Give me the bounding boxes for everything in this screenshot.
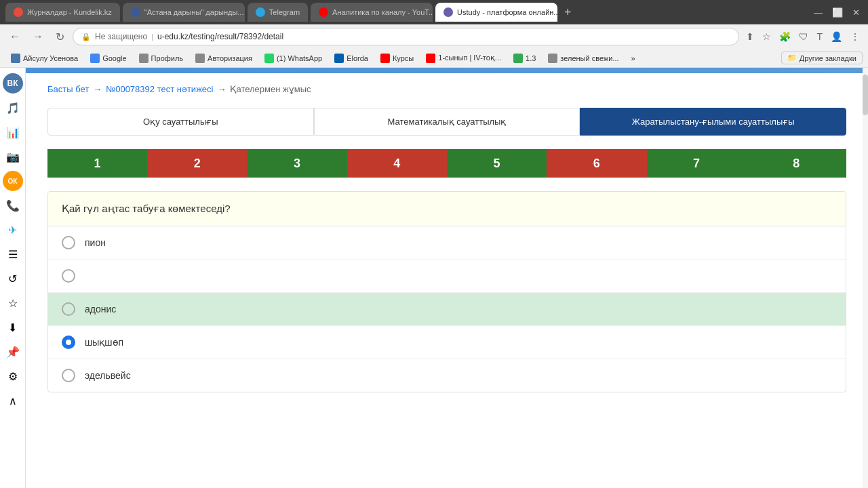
bookmark-elorda[interactable]: Elorda (329, 52, 374, 64)
answer-row-edelveis[interactable]: эдельвейс (48, 359, 846, 392)
answer-row-shykshop[interactable]: шықшөп (48, 326, 846, 359)
bookmark-synip[interactable]: 1-сынып | IV-тоқ... (420, 52, 507, 64)
bookmark-label-vk: Айсулу Усенова (23, 54, 78, 62)
address-text: u-edu.kz/testing/result/78392/detail (157, 32, 283, 41)
answer-label-shykshop: шықшөп (85, 337, 123, 348)
address-bar[interactable]: 🔒 Не защищено | u-edu.kz/testing/result/… (73, 28, 739, 45)
bookmark-icon-synip (426, 54, 435, 63)
q-num-8[interactable]: 8 (747, 149, 846, 178)
address-separator: | (151, 33, 153, 41)
bookmark-zeleny[interactable]: зеленый свежи... (542, 52, 624, 64)
sidebar-music[interactable]: 🎵 (3, 98, 23, 118)
tab-label-ustudy: Ustudy - платформа онлайн... (457, 8, 557, 16)
tab-youtube[interactable]: Аналитика по каналу - YouT... (311, 3, 433, 22)
content-area: Басты бет → №00078392 тест нәтижесі → Қа… (26, 73, 868, 403)
back-button[interactable]: ← (5, 28, 24, 45)
bookmark-label-profile: Профиль (151, 54, 184, 62)
bookmark-kursy[interactable]: Курсы (375, 52, 419, 64)
tab-astana[interactable]: "Астана дарыны" дарынды... (123, 3, 245, 22)
refresh-button[interactable]: ↻ (52, 28, 68, 46)
question-numbers: 1 2 3 4 5 6 7 8 (47, 149, 846, 178)
sidebar-star[interactable]: ☆ (3, 293, 23, 313)
bookmark-icon-zeleny (548, 54, 557, 63)
q-num-1[interactable]: 1 (47, 149, 147, 178)
breadcrumb-test[interactable]: №00078392 тест нәтижесі (106, 84, 213, 94)
tab-icon-astana (131, 7, 140, 17)
sidebar-history[interactable]: ↺ (3, 268, 23, 289)
scrollbar[interactable] (863, 68, 868, 488)
q-num-6[interactable]: 6 (547, 149, 646, 178)
other-bookmarks-label: Другие закладки (800, 54, 856, 62)
share-icon[interactable]: ⬆ (743, 28, 757, 45)
tab-icon-ustudy (443, 7, 453, 17)
extensions-icon[interactable]: 🧩 (776, 28, 793, 45)
tab-kundelik[interactable]: Журналдар - Kundelik.kz (5, 3, 120, 22)
bookmarks-bar: Айсулу Усенова Google Профиль Авторизаци… (0, 49, 868, 68)
tab-icon-youtube (319, 7, 328, 17)
q-num-5[interactable]: 5 (447, 149, 547, 178)
bookmark-profile[interactable]: Профиль (134, 52, 189, 64)
translate-icon[interactable]: T (814, 28, 825, 45)
bookmark-icon-auth (195, 54, 205, 63)
answer-label-adonis: адонис (85, 304, 116, 314)
question-header: Қай гүл аңтас табуға көмектеседі? (48, 192, 846, 226)
radio-shykshop[interactable] (62, 336, 75, 349)
tab-telegram[interactable]: Telegram (248, 3, 308, 22)
bookmark-label-elorda: Elorda (347, 54, 368, 62)
breadcrumb-current: Қателермен жұмыс (230, 84, 311, 94)
tab-math[interactable]: Математикалық сауаттылық (314, 108, 580, 136)
sidebar-ok[interactable]: ОК (3, 171, 23, 191)
q-num-3[interactable]: 3 (248, 149, 347, 178)
scroll-thumb[interactable] (863, 75, 868, 115)
bookmark-label-zeleny: зеленый свежи... (560, 54, 618, 62)
radio-pion[interactable] (62, 236, 75, 249)
sidebar-phone[interactable]: 📞 (3, 195, 23, 216)
profile-icon[interactable]: 👤 (828, 28, 845, 45)
sidebar-camera[interactable]: 📷 (3, 146, 23, 167)
bookmark-vk[interactable]: Айсулу Усенова (5, 52, 83, 64)
bookmark-auth[interactable]: Авторизация (190, 52, 258, 64)
forward-button[interactable]: → (28, 28, 47, 45)
bookmark-icon-vk (11, 54, 20, 63)
maximize-button[interactable]: ⬜ (829, 5, 846, 20)
bookmark-label-13: 1.3 (526, 54, 536, 62)
other-bookmarks-button[interactable]: 📁 Другие закладки (781, 52, 863, 64)
tab-science[interactable]: Жаратылыстану-ғылыми сауаттылығы (580, 108, 846, 136)
q-num-4[interactable]: 4 (347, 149, 447, 178)
breadcrumb-home[interactable]: Басты бет (47, 84, 89, 94)
toolbar-icons: ⬆ ☆ 🧩 🛡 T 👤 ⋮ (743, 28, 863, 45)
navigation-bar: ← → ↻ 🔒 Не защищено | u-edu.kz/testing/r… (0, 24, 868, 49)
sidebar-download[interactable]: ⬇ (3, 317, 23, 338)
tab-oku[interactable]: Оқу сауаттылығы (47, 108, 314, 136)
sidebar-telegram[interactable]: ✈ (3, 220, 23, 240)
sidebar-list[interactable]: ☰ (3, 244, 23, 264)
shield-icon[interactable]: 🛡 (796, 28, 811, 45)
tab-ustudy[interactable]: Ustudy - платформа онлайн... × (435, 3, 557, 22)
bookmark-icon-elorda (334, 54, 344, 63)
sidebar-chart[interactable]: 📊 (3, 122, 23, 142)
bookmark-icon-profile (139, 54, 149, 63)
sidebar-collapse[interactable]: ∧ (3, 390, 23, 411)
radio-adonis[interactable] (62, 302, 75, 316)
bookmark-google[interactable]: Google (85, 52, 132, 64)
q-num-2[interactable]: 2 (147, 149, 247, 178)
lock-icon: 🔒 (81, 33, 91, 41)
question-box: Қай гүл аңтас табуға көмектеседі? пион а… (47, 191, 846, 392)
radio-edelveis[interactable] (62, 369, 75, 382)
sidebar-pin[interactable]: 📌 (3, 342, 23, 362)
answer-row-adonis[interactable]: адонис (48, 293, 846, 326)
bookmark-whatsapp[interactable]: (1) WhatsApp (259, 52, 328, 64)
star-icon[interactable]: ☆ (760, 28, 774, 45)
answer-label-edelveis: эдельвейс (85, 370, 131, 381)
bookmark-icon-google (90, 54, 100, 63)
q-num-7[interactable]: 7 (647, 149, 747, 178)
new-tab-button[interactable]: + (560, 5, 576, 20)
menu-icon[interactable]: ⋮ (848, 28, 863, 45)
minimize-button[interactable]: — (811, 5, 825, 20)
sidebar-vk[interactable]: ВК (3, 73, 23, 94)
close-button[interactable]: ✕ (850, 5, 863, 20)
more-bookmarks-button[interactable]: » (627, 53, 639, 64)
bookmark-13[interactable]: 1.3 (508, 52, 541, 64)
answer-row-0[interactable]: пион (48, 226, 846, 260)
sidebar-settings[interactable]: ⚙ (3, 366, 23, 386)
